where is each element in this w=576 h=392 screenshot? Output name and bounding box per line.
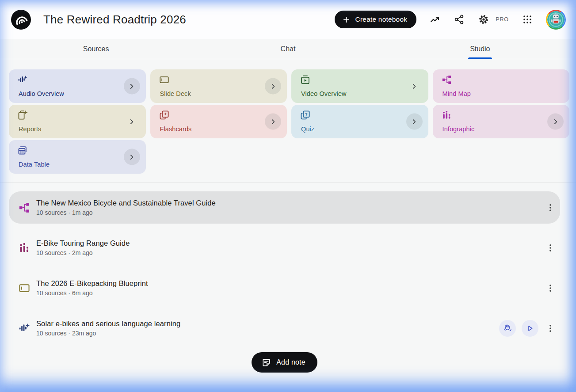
plus-icon <box>342 15 351 24</box>
slide-deck-chevron-button[interactable] <box>265 78 281 95</box>
item-meta: 10 sources · 1m ago <box>36 209 216 216</box>
flashcards-chevron-button[interactable] <box>265 114 281 130</box>
tabbar-divider <box>0 59 576 59</box>
studio-card-reports[interactable]: Reports <box>9 105 146 138</box>
notebooklm-logo-icon[interactable] <box>11 10 31 30</box>
interactive-mode-button[interactable] <box>499 320 516 337</box>
infographic-icon <box>19 243 30 253</box>
panel-tabbar: Sources Chat Studio <box>0 39 576 59</box>
chevron-right-icon <box>552 118 560 126</box>
list-item-slide-deck[interactable]: The 2026 E-Bikepacking Blueprint 10 sour… <box>9 272 560 304</box>
item-meta: 10 sources · 6m ago <box>36 289 148 297</box>
chevron-right-icon <box>269 118 277 126</box>
studio-card-video-overview[interactable]: Video Overview <box>291 69 428 103</box>
reports-chevron-button[interactable] <box>124 114 140 130</box>
share-icon <box>454 14 465 25</box>
studio-card-infographic[interactable]: Infographic <box>433 105 570 138</box>
video-overview-icon <box>301 75 310 84</box>
avatar-robot-image <box>547 11 565 28</box>
tab-sources[interactable]: Sources <box>0 39 192 59</box>
header-actions: Create notebook PRO <box>335 10 566 30</box>
item-title: Solar e-bikes and serious language learn… <box>36 320 180 328</box>
item-title: The 2026 E-Bikepacking Blueprint <box>36 279 148 288</box>
add-note-button[interactable]: Add note <box>252 352 317 373</box>
studio-card-label: Audio Overview <box>19 90 64 97</box>
list-item-audio-overview[interactable]: Solar e-bikes and serious language learn… <box>9 312 560 344</box>
item-title: The New Mexico Bicycle and Sustainable T… <box>36 199 216 207</box>
apps-grid-icon <box>522 14 533 25</box>
studio-card-label: Mind Map <box>442 90 471 97</box>
data-table-icon <box>18 146 27 155</box>
tab-chat-label: Chat <box>281 45 296 53</box>
more-options-button[interactable] <box>544 320 557 337</box>
studio-card-flashcards[interactable]: Flashcards <box>150 105 287 138</box>
quiz-icon <box>301 110 310 120</box>
chevron-right-icon <box>410 118 418 126</box>
more-options-button[interactable] <box>544 239 557 257</box>
slide-deck-icon <box>19 283 30 293</box>
google-apps-button[interactable] <box>522 14 533 25</box>
list-item-infographic[interactable]: E-Bike Touring Range Guide 10 sources · … <box>9 232 560 264</box>
audio-waveform-sparkle-icon <box>19 323 30 334</box>
studio-card-slide-deck[interactable]: Slide Deck <box>150 69 287 103</box>
flashcards-icon <box>160 110 169 120</box>
quiz-chevron-button[interactable] <box>406 114 423 130</box>
kebab-menu-icon <box>545 323 555 333</box>
share-button[interactable] <box>454 14 465 25</box>
chevron-right-icon <box>128 82 136 90</box>
studio-card-label: Video Overview <box>301 90 347 97</box>
studio-card-mind-map[interactable]: Mind Map <box>433 69 570 103</box>
gear-icon <box>478 14 489 25</box>
note-icon <box>262 358 271 367</box>
chevron-right-icon <box>269 82 277 90</box>
studio-output-list: The New Mexico Bicycle and Sustainable T… <box>0 183 576 373</box>
studio-card-audio-overview[interactable]: Audio Overview <box>9 69 146 103</box>
app-header: The Rewired Roadtrip 2026 Create noteboo… <box>0 0 576 39</box>
studio-card-label: Reports <box>19 126 41 133</box>
settings-button[interactable] <box>478 14 489 25</box>
add-note-label: Add note <box>276 358 305 366</box>
item-title: E-Bike Touring Range Guide <box>36 239 130 247</box>
mind-map-icon <box>19 202 30 213</box>
interactive-mode-hand-icon <box>503 323 512 333</box>
notebook-title[interactable]: The Rewired Roadtrip 2026 <box>43 13 186 27</box>
kebab-menu-icon <box>545 243 555 253</box>
kebab-menu-icon <box>545 203 555 213</box>
studio-card-data-table[interactable]: Data Table <box>9 140 146 174</box>
video-overview-chevron-button[interactable] <box>406 78 423 95</box>
studio-card-label: Flashcards <box>160 126 192 133</box>
studio-card-label: Infographic <box>442 126 475 133</box>
more-options-button[interactable] <box>544 279 557 297</box>
studio-card-label: Data Table <box>19 161 50 168</box>
infographic-chevron-button[interactable] <box>547 114 564 130</box>
play-icon <box>525 323 535 333</box>
account-avatar[interactable] <box>546 10 566 30</box>
list-item-mind-map[interactable]: The New Mexico Bicycle and Sustainable T… <box>9 191 560 224</box>
mind-map-icon <box>442 75 451 84</box>
chevron-right-icon <box>128 118 136 126</box>
item-meta: 10 sources · 2m ago <box>36 249 130 256</box>
tab-chat[interactable]: Chat <box>192 39 384 59</box>
tab-studio[interactable]: Studio <box>384 39 576 59</box>
tab-sources-label: Sources <box>83 45 109 53</box>
kebab-menu-icon <box>545 283 555 293</box>
infographic-icon <box>442 110 451 120</box>
reports-icon <box>18 110 27 120</box>
pro-badge: PRO <box>496 16 509 23</box>
create-notebook-button[interactable]: Create notebook <box>335 11 417 28</box>
create-notebook-label: Create notebook <box>355 15 408 23</box>
trending-up-icon <box>430 14 440 25</box>
tab-studio-label: Studio <box>470 45 490 53</box>
item-meta: 10 sources · 23m ago <box>36 330 180 337</box>
more-options-button[interactable] <box>544 199 557 217</box>
data-table-chevron-button[interactable] <box>124 149 140 165</box>
play-audio-button[interactable] <box>522 320 538 337</box>
analytics-button[interactable] <box>429 14 441 25</box>
studio-card-grid: Audio Overview Slide Deck Video Overview… <box>9 69 569 174</box>
audio-waveform-sparkle-icon <box>18 75 27 84</box>
audio-overview-chevron-button[interactable] <box>124 78 140 95</box>
chevron-right-icon <box>128 153 136 161</box>
studio-card-quiz[interactable]: Quiz <box>291 105 428 138</box>
slide-deck-icon <box>160 75 169 84</box>
studio-card-label: Quiz <box>301 126 314 133</box>
